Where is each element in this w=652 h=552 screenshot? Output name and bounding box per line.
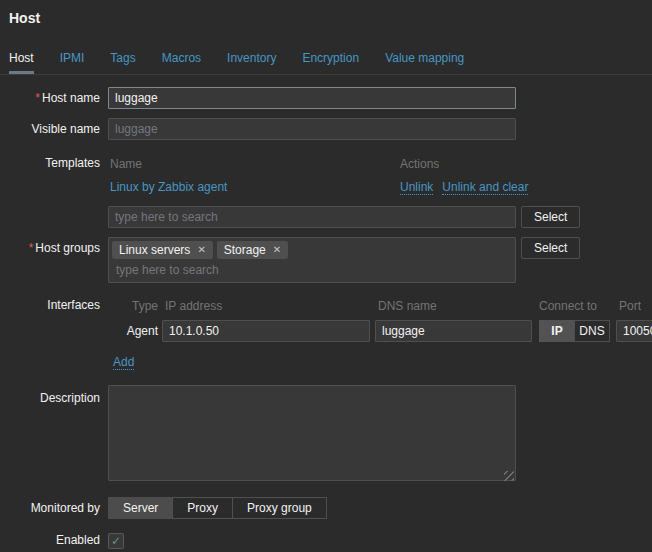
connect-to-dns-button[interactable]: DNS — [574, 320, 610, 342]
interface-port-input[interactable] — [616, 320, 652, 342]
description-textarea[interactable] — [108, 385, 516, 481]
host-group-chip: Linux servers ✕ — [112, 241, 213, 259]
type-column-header: Type — [108, 299, 158, 313]
unlink-link[interactable]: Unlink — [400, 180, 433, 195]
template-row: Linux by Zabbix agent Unlink Unlink and … — [108, 180, 580, 195]
templates-actions-column-header: Actions — [400, 157, 439, 171]
host-form: *Host name Visible name Templates Name A… — [0, 87, 652, 549]
enabled-checkbox[interactable]: ✓ — [108, 533, 124, 549]
connect-to-ip-button[interactable]: IP — [539, 320, 575, 342]
interface-row-agent: Agent IP DNS — [108, 320, 652, 342]
required-asterisk: * — [35, 91, 40, 105]
tab-macros[interactable]: Macros — [162, 51, 201, 74]
templates-select-button[interactable]: Select — [521, 206, 580, 228]
templates-header: Name Actions — [108, 157, 580, 171]
monitored-by-server-button[interactable]: Server — [108, 497, 173, 519]
connect-to-toggle: IP DNS — [539, 320, 610, 342]
monitored-by-toggle: Server Proxy Proxy group — [108, 497, 327, 519]
required-asterisk: * — [29, 241, 34, 255]
monitored-by-label: Monitored by — [0, 497, 100, 519]
template-link[interactable]: Linux by Zabbix agent — [110, 180, 227, 194]
interface-ip-input[interactable] — [162, 320, 370, 342]
tab-host[interactable]: Host — [9, 51, 34, 74]
visible-name-row: Visible name — [0, 118, 652, 140]
host-name-row: *Host name — [0, 87, 652, 109]
monitored-by-proxy-group-button[interactable]: Proxy group — [232, 497, 327, 519]
ip-column-header: IP address — [162, 299, 370, 313]
host-config-page: Host Host IPMI Tags Macros Inventory Enc… — [0, 0, 652, 549]
host-name-input[interactable] — [108, 87, 516, 109]
host-groups-search-placeholder[interactable]: type here to search — [112, 259, 512, 279]
add-interface-link[interactable]: Add — [113, 355, 134, 370]
remove-chip-icon[interactable]: ✕ — [197, 245, 205, 255]
templates-row: Templates Name Actions Linux by Zabbix a… — [0, 154, 652, 228]
host-groups-label: *Host groups — [0, 237, 100, 255]
tab-encryption[interactable]: Encryption — [302, 51, 359, 74]
host-group-chip-label: Linux servers — [119, 243, 190, 257]
host-groups-multiselect[interactable]: Linux servers ✕ Storage ✕ type here to s… — [108, 237, 516, 283]
host-groups-row: *Host groups Linux servers ✕ Storage ✕ — [0, 237, 652, 283]
interface-type: Agent — [108, 324, 158, 338]
visible-name-input[interactable] — [108, 118, 516, 140]
remove-chip-icon[interactable]: ✕ — [273, 245, 281, 255]
dns-column-header: DNS name — [375, 299, 532, 313]
host-name-label: *Host name — [0, 87, 100, 109]
interfaces-row: Interfaces Type IP address DNS name Conn… — [0, 296, 652, 369]
monitored-by-proxy-button[interactable]: Proxy — [172, 497, 233, 519]
tab-tags[interactable]: Tags — [110, 51, 135, 74]
interfaces-header: Type IP address DNS name Connect to Port — [108, 299, 652, 313]
tab-bar: Host IPMI Tags Macros Inventory Encrypti… — [0, 51, 652, 75]
check-icon: ✓ — [111, 534, 121, 548]
templates-search-input[interactable] — [108, 206, 516, 228]
connect-to-column-header: Connect to — [539, 299, 610, 313]
page-title: Host — [0, 10, 652, 26]
tab-value-mapping[interactable]: Value mapping — [385, 51, 464, 74]
monitored-by-row: Monitored by Server Proxy Proxy group — [0, 497, 652, 519]
interfaces-label: Interfaces — [0, 296, 100, 369]
host-group-chip: Storage ✕ — [217, 241, 288, 259]
unlink-and-clear-link[interactable]: Unlink and clear — [442, 180, 528, 195]
enabled-label: Enabled — [0, 531, 100, 549]
host-groups-select-button[interactable]: Select — [521, 237, 580, 259]
host-group-chip-label: Storage — [224, 243, 266, 257]
description-row: Description — [0, 385, 652, 484]
port-column-header: Port — [616, 299, 652, 313]
enabled-row: Enabled ✓ — [0, 531, 652, 549]
tab-ipmi[interactable]: IPMI — [60, 51, 85, 74]
templates-name-column-header: Name — [108, 157, 400, 171]
templates-label: Templates — [0, 154, 100, 228]
interface-dns-input[interactable] — [375, 320, 532, 342]
description-label: Description — [0, 385, 100, 484]
tab-inventory[interactable]: Inventory — [227, 51, 276, 74]
visible-name-label: Visible name — [0, 118, 100, 140]
